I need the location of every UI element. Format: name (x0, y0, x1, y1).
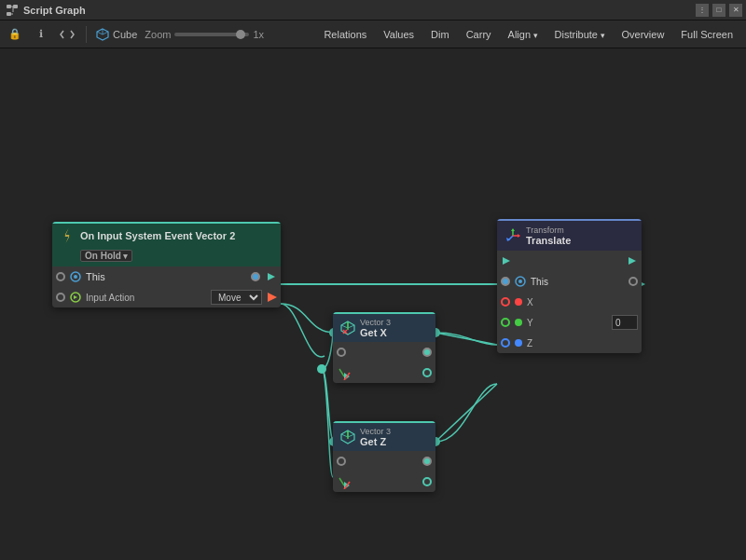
title-bar: Script Graph ⋮ □ ✕ (0, 0, 746, 20)
canvas[interactable]: On Input System Event Vector 2 On Hold ▾… (0, 48, 746, 560)
vector3-x-icon (340, 321, 355, 335)
this-label: This (86, 271, 247, 282)
svg-point-56 (515, 339, 522, 347)
node-vector3-x-row2 (333, 362, 435, 383)
port-transform-this[interactable] (501, 277, 510, 286)
svg-rect-2 (7, 12, 11, 16)
port-transform-y[interactable] (501, 318, 510, 327)
transform-x-label: X (527, 297, 638, 307)
transform-icon (504, 227, 521, 244)
node-transform-y-row: Y (497, 312, 642, 333)
menu-carry[interactable]: Carry (459, 27, 499, 42)
port-this-right[interactable] (251, 272, 260, 281)
y-dot-icon (514, 318, 523, 327)
zoom-slider[interactable] (174, 33, 249, 36)
input-event-title: On Input System Event Vector 2 (80, 230, 235, 241)
port-v3x-left[interactable] (337, 348, 346, 357)
transform-y-input[interactable] (612, 315, 638, 330)
cube-label-text: Cube (113, 29, 137, 40)
svg-line-38 (341, 434, 348, 437)
lock-icon[interactable]: 🔒 (6, 25, 24, 44)
svg-marker-45 (511, 228, 515, 231)
transform-y-label: Y (527, 318, 608, 328)
vector3-x-title-small: Vector 3 (360, 318, 391, 327)
transform-this-icon (514, 275, 527, 288)
menu-align[interactable]: Align (501, 27, 546, 42)
node-transform[interactable]: Transform Translate (497, 219, 642, 353)
maximize-button[interactable]: □ (712, 4, 725, 17)
node-transform-this-row: This (497, 271, 642, 292)
port-transform-z[interactable] (501, 338, 510, 348)
port-v3z-left[interactable] (337, 457, 346, 466)
menu-fullscreen[interactable]: Full Screen (673, 27, 740, 42)
node-row-this: This (52, 266, 281, 287)
node-vector3-x-header: Vector 3 Get X (333, 312, 435, 342)
cube-selector[interactable]: Cube (96, 28, 137, 41)
svg-line-8 (103, 32, 108, 34)
node-row-input-action: Input Action Move (52, 287, 281, 307)
node-vector3-z-row1 (333, 451, 435, 471)
port-input-action-left[interactable] (56, 293, 65, 302)
node-vector3-x[interactable]: Vector 3 Get X (333, 312, 435, 383)
vector3-z-icon (340, 430, 355, 444)
transform-title-main: Translate (526, 235, 571, 246)
svg-marker-51 (629, 257, 636, 265)
svg-point-21 (74, 275, 77, 279)
svg-rect-0 (7, 5, 11, 8)
node-input-event[interactable]: On Input System Event Vector 2 On Hold ▾… (52, 222, 281, 307)
info-icon[interactable]: ℹ (32, 25, 50, 44)
svg-line-12 (435, 384, 497, 442)
svg-marker-50 (503, 257, 510, 265)
more-options-button[interactable]: ⋮ (696, 4, 709, 17)
port-transform-this-right[interactable] (629, 277, 638, 286)
port-transform-x[interactable] (501, 297, 510, 307)
script-graph-icon (6, 4, 19, 17)
node-transform-exec-row (497, 251, 642, 271)
code-icon[interactable] (58, 25, 76, 44)
vector3-x-row2-icon (337, 365, 352, 380)
menu-distribute[interactable]: Distribute (547, 27, 613, 42)
menu-overview[interactable]: Overview (615, 27, 672, 42)
svg-point-54 (515, 298, 522, 306)
window-controls[interactable]: ⋮ □ ✕ (696, 0, 742, 20)
node-vector3-z[interactable]: Vector 3 Get Z (333, 421, 435, 492)
svg-line-11 (435, 333, 497, 345)
svg-line-26 (348, 325, 354, 328)
zoom-control[interactable]: Zoom 1x (145, 29, 264, 40)
svg-marker-22 (268, 273, 275, 280)
node-transform-body: This X Y (497, 251, 642, 353)
port-v3z-right[interactable] (422, 457, 432, 466)
port-this-left[interactable] (56, 272, 65, 281)
node-transform-z-row: Z (497, 333, 642, 353)
port-v3x-right[interactable] (422, 348, 432, 357)
lightning-icon (60, 228, 75, 243)
node-vector3-z-header: Vector 3 Get Z (333, 421, 435, 451)
separator-1 (86, 26, 87, 43)
dropdown-arrow: ▾ (123, 252, 128, 261)
input-action-dropdown[interactable]: Move (211, 290, 262, 305)
svg-marker-47 (518, 234, 520, 238)
vector3-z-title-small: Vector 3 (360, 427, 391, 436)
port-v3z-bottom-right[interactable] (422, 477, 432, 486)
menu-relations[interactable]: Relations (316, 27, 374, 42)
port-input-action-right[interactable] (268, 293, 277, 302)
toolbar: 🔒 ℹ Cube Zoom 1x Relations Values Dim Ca… (0, 20, 746, 48)
menu-values[interactable]: Values (376, 27, 421, 42)
node-transform-header: Transform Translate (497, 219, 642, 251)
close-button[interactable]: ✕ (729, 4, 742, 17)
svg-point-53 (518, 280, 522, 283)
arrow-right-icon (266, 271, 277, 282)
this-icon (69, 270, 82, 283)
port-v3x-bottom-right[interactable] (422, 368, 432, 377)
vector3-x-title-main: Get X (360, 327, 391, 338)
menu-dim[interactable]: Dim (423, 27, 457, 42)
node-vector3-x-body (333, 342, 435, 383)
transform-title-small: Transform (526, 225, 571, 235)
node-vector3-z-body (333, 451, 435, 492)
svg-line-41 (339, 478, 344, 485)
transform-this-label: This (531, 277, 625, 287)
node-input-event-body: This Input Action Move (52, 266, 281, 307)
on-hold-dropdown[interactable]: On Hold ▾ (80, 250, 132, 262)
node-vector3-x-row1 (333, 342, 435, 362)
svg-line-32 (339, 369, 344, 376)
